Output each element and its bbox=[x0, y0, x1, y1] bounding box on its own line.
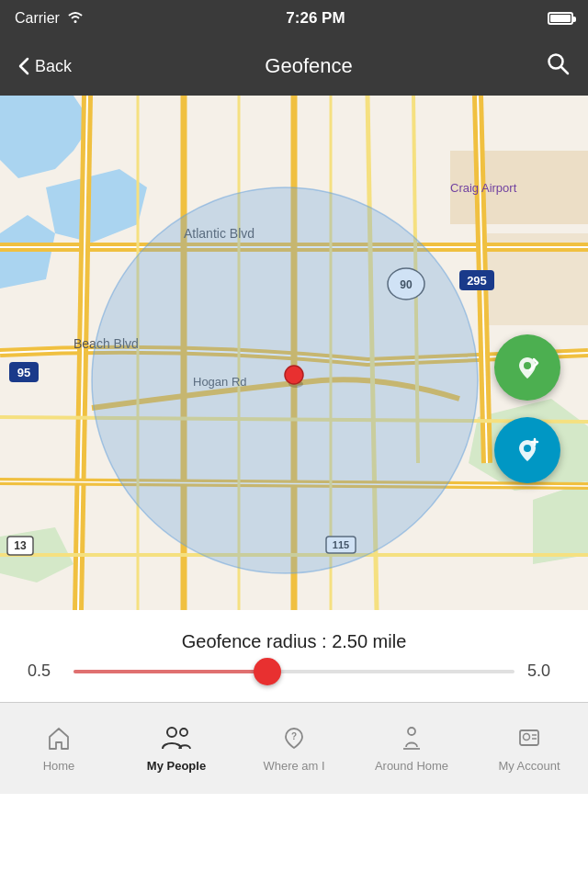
page-title: Geofence bbox=[265, 54, 352, 78]
tab-my-people[interactable]: My People bbox=[118, 703, 235, 794]
slider-row: 0.5 5.0 bbox=[28, 662, 560, 681]
around-home-icon bbox=[399, 725, 424, 755]
radius-label: Geofence radius : 2.50 mile bbox=[182, 631, 407, 652]
svg-point-48 bbox=[524, 733, 530, 740]
slider-min-label: 0.5 bbox=[28, 662, 61, 681]
carrier-label: Carrier bbox=[15, 10, 60, 27]
map-container[interactable]: Atlantic Blvd Beach Blvd Hogan Rd Craig … bbox=[0, 96, 588, 610]
svg-point-41 bbox=[524, 445, 531, 452]
tab-bar: Home My People ? Where am I bbox=[0, 702, 588, 794]
back-label: Back bbox=[35, 57, 72, 76]
time-label: 7:26 PM bbox=[286, 9, 345, 28]
svg-point-42 bbox=[167, 728, 176, 737]
battery-icon bbox=[548, 12, 573, 25]
search-button[interactable] bbox=[546, 51, 570, 81]
radius-control: Geofence radius : 2.50 mile 0.5 5.0 bbox=[0, 610, 588, 702]
slider-track[interactable] bbox=[74, 670, 514, 673]
tab-home[interactable]: Home bbox=[0, 703, 118, 794]
svg-point-40 bbox=[524, 362, 531, 369]
svg-text:?: ? bbox=[291, 731, 297, 741]
back-button[interactable]: Back bbox=[18, 57, 72, 76]
tab-my-account[interactable]: My Account bbox=[470, 703, 588, 794]
svg-point-45 bbox=[408, 728, 415, 735]
svg-text:95: 95 bbox=[17, 366, 30, 379]
my-account-icon bbox=[516, 725, 542, 755]
tab-my-people-label: My People bbox=[147, 759, 206, 773]
svg-point-39 bbox=[285, 366, 303, 384]
home-icon bbox=[46, 725, 72, 755]
slider-thumb bbox=[254, 658, 281, 685]
svg-line-1 bbox=[561, 67, 569, 74]
tab-where-am-i[interactable]: ? Where am I bbox=[235, 703, 353, 794]
svg-text:Craig Airport: Craig Airport bbox=[450, 181, 517, 195]
tab-around-home-label: Around Home bbox=[375, 759, 448, 773]
tab-where-am-i-label: Where am I bbox=[263, 759, 324, 773]
slider-fill bbox=[74, 670, 267, 673]
tab-around-home[interactable]: Around Home bbox=[353, 703, 470, 794]
my-people-icon bbox=[161, 725, 192, 755]
svg-point-43 bbox=[180, 729, 187, 736]
slider-max-label: 5.0 bbox=[527, 662, 560, 681]
status-bar: Carrier 7:26 PM bbox=[0, 0, 588, 37]
where-am-i-icon: ? bbox=[281, 725, 307, 755]
svg-point-37 bbox=[92, 187, 478, 573]
add-location-button[interactable] bbox=[494, 417, 560, 483]
nav-bar: Back Geofence bbox=[0, 37, 588, 96]
tab-home-label: Home bbox=[43, 759, 75, 773]
wifi-icon bbox=[67, 10, 84, 27]
confirm-location-button[interactable] bbox=[494, 334, 560, 401]
tab-my-account-label: My Account bbox=[498, 759, 560, 773]
svg-text:13: 13 bbox=[14, 539, 27, 552]
svg-text:295: 295 bbox=[467, 274, 487, 288]
